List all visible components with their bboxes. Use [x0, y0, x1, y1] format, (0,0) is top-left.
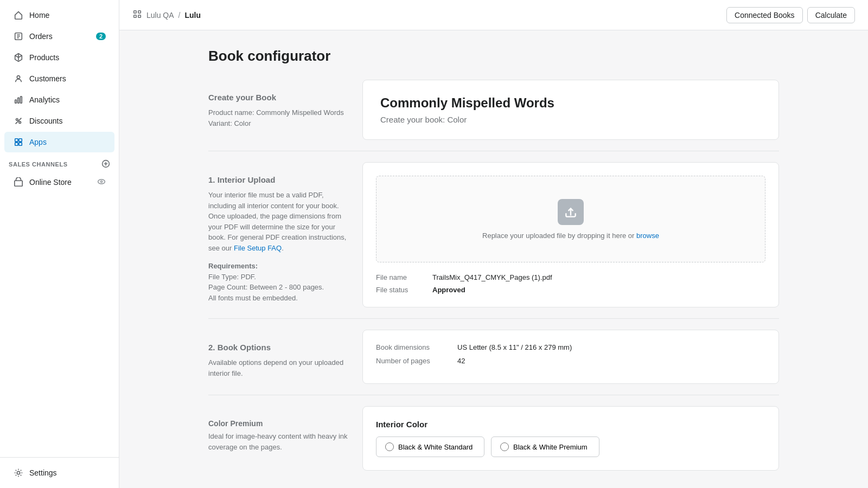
svg-point-1: [17, 76, 20, 79]
sidebar-bottom: Settings: [0, 457, 119, 488]
sidebar-item-orders[interactable]: Orders 2: [4, 26, 114, 47]
analytics-icon: [13, 94, 24, 105]
divider-2: [208, 318, 779, 319]
svg-rect-2: [15, 100, 17, 103]
file-name-value: TrailsMix_Q417_CMYK_Pages (1).pdf: [432, 273, 552, 281]
file-setup-faq-link[interactable]: File Setup FAQ: [234, 244, 282, 252]
color-options: Black & White Standard Black & White Pre…: [376, 436, 765, 457]
online-store-visibility-icon[interactable]: [97, 177, 106, 188]
bw-premium-label: Black & White Premium: [513, 443, 588, 451]
breadcrumb-store[interactable]: Lulu QA: [146, 11, 174, 20]
svg-rect-16: [134, 11, 137, 14]
sidebar-nav: Home Orders 2 Products: [0, 0, 119, 457]
customers-icon: [13, 73, 24, 84]
sidebar-item-analytics[interactable]: Analytics: [4, 89, 114, 110]
interior-upload-description: Your interior file must be a valid PDF, …: [208, 191, 346, 252]
sidebar-item-apps[interactable]: Apps: [4, 132, 114, 152]
browse-link[interactable]: browse: [636, 232, 659, 240]
divider-3: [208, 395, 779, 395]
svg-rect-8: [19, 139, 22, 142]
book-options-left: 2. Book Options Available options depend…: [208, 330, 349, 384]
create-book-left: Create your Book Product name: Commonly …: [208, 80, 349, 140]
sidebar-item-settings[interactable]: Settings: [4, 463, 114, 483]
sidebar-item-online-store[interactable]: Online Store: [4, 172, 114, 192]
interior-upload-desc: Your interior file must be a valid PDF, …: [208, 190, 349, 303]
home-icon: [13, 10, 24, 21]
svg-rect-12: [15, 181, 22, 186]
book-options-section: 2. Book Options Available options depend…: [208, 330, 779, 384]
color-option-bw-standard[interactable]: Black & White Standard: [376, 436, 484, 457]
store-grid-icon: [132, 9, 142, 21]
sidebar-item-home[interactable]: Home: [4, 5, 114, 25]
book-options-right: Book dimensions US Letter (8.5 x 11" / 2…: [362, 330, 779, 384]
color-option-bw-premium[interactable]: Black & White Premium: [491, 436, 599, 457]
file-status-label: File status: [376, 286, 419, 294]
interior-upload-section: 1. Interior Upload Your interior file mu…: [208, 162, 779, 307]
file-status-value: Approved: [432, 286, 465, 294]
interior-upload-right: Replace your uploaded file by dropping i…: [362, 162, 779, 307]
interior-color-title: Interior Color: [376, 420, 765, 429]
req-file-type: File Type: PDF.: [208, 272, 349, 282]
book-dimensions-label: Book dimensions: [376, 343, 457, 351]
preview-title: Commonly Mispelled Words: [380, 95, 761, 111]
color-radio-bw-standard[interactable]: [385, 442, 394, 451]
breadcrumb: Lulu QA / Lulu: [132, 9, 201, 21]
book-options-title: 2. Book Options: [208, 343, 349, 352]
sidebar-item-products[interactable]: Products: [4, 47, 114, 68]
sidebar-item-customers[interactable]: Customers: [4, 68, 114, 89]
book-dimensions-row: Book dimensions US Letter (8.5 x 11" / 2…: [376, 343, 765, 351]
file-name-row: File name TrailsMix_Q417_CMYK_Pages (1).…: [376, 273, 765, 281]
page-title: Book configurator: [208, 48, 779, 65]
interior-upload-left: 1. Interior Upload Your interior file mu…: [208, 162, 349, 307]
sidebar-item-orders-label: Orders: [29, 32, 53, 41]
settings-icon: [13, 467, 24, 478]
upload-dropzone[interactable]: Replace your uploaded file by dropping i…: [376, 176, 765, 262]
variant-label: Variant:: [208, 119, 232, 127]
upload-icon: [558, 199, 584, 225]
svg-rect-18: [134, 15, 137, 18]
req-page-count: Page Count: Between 2 - 800 pages.: [208, 282, 349, 293]
color-premium-desc: Ideal for image-heavy content with heavy…: [208, 431, 349, 452]
svg-rect-4: [21, 97, 22, 104]
add-sales-channel-icon[interactable]: [101, 159, 110, 169]
interior-upload-title: 1. Interior Upload: [208, 175, 349, 184]
req-fonts: All fonts must be embedded.: [208, 293, 349, 304]
sidebar-item-discounts[interactable]: Discounts: [4, 111, 114, 131]
svg-rect-10: [19, 143, 22, 145]
svg-rect-9: [15, 143, 18, 145]
sidebar: Home Orders 2 Products: [0, 0, 119, 488]
discounts-icon: [13, 115, 24, 126]
svg-point-6: [19, 121, 21, 124]
online-store-label: Online Store: [29, 178, 72, 187]
num-pages-value: 42: [457, 357, 465, 365]
create-book-section: Create your Book Product name: Commonly …: [208, 80, 779, 140]
book-preview-card: Commonly Mispelled Words Create your boo…: [362, 80, 779, 140]
book-options-table: Book dimensions US Letter (8.5 x 11" / 2…: [376, 343, 765, 365]
bw-standard-label: Black & White Standard: [398, 443, 473, 451]
color-section: Color Premium Ideal for image-heavy cont…: [208, 406, 779, 471]
svg-point-15: [17, 471, 20, 474]
sidebar-item-analytics-label: Analytics: [29, 95, 60, 104]
connected-books-button[interactable]: Connected Books: [726, 7, 803, 23]
num-pages-row: Number of pages 42: [376, 357, 765, 365]
upload-dropzone-text: Replace your uploaded file by dropping i…: [482, 232, 659, 240]
topbar: Lulu QA / Lulu Connected Books Calculate: [119, 0, 868, 30]
file-name-label: File name: [376, 273, 419, 281]
topbar-actions: Connected Books Calculate: [726, 7, 855, 23]
main-wrapper: Lulu QA / Lulu Connected Books Calculate…: [119, 0, 868, 488]
divider-1: [208, 151, 779, 151]
breadcrumb-separator: /: [178, 11, 181, 20]
svg-point-13: [98, 179, 105, 184]
product-name-label: Product name:: [208, 108, 254, 117]
orders-badge: 2: [96, 33, 106, 40]
color-radio-bw-premium[interactable]: [500, 442, 509, 451]
breadcrumb-current: Lulu: [184, 11, 201, 20]
product-name-value: Commonly Mispelled Words: [256, 108, 344, 117]
orders-icon: [13, 31, 24, 42]
sidebar-item-apps-label: Apps: [29, 138, 47, 146]
svg-rect-19: [138, 15, 141, 18]
calculate-button[interactable]: Calculate: [807, 7, 855, 23]
main-content: Book configurator Create your Book Produ…: [119, 30, 868, 488]
apps-icon: [13, 137, 24, 147]
variant-value: Color: [234, 119, 251, 127]
